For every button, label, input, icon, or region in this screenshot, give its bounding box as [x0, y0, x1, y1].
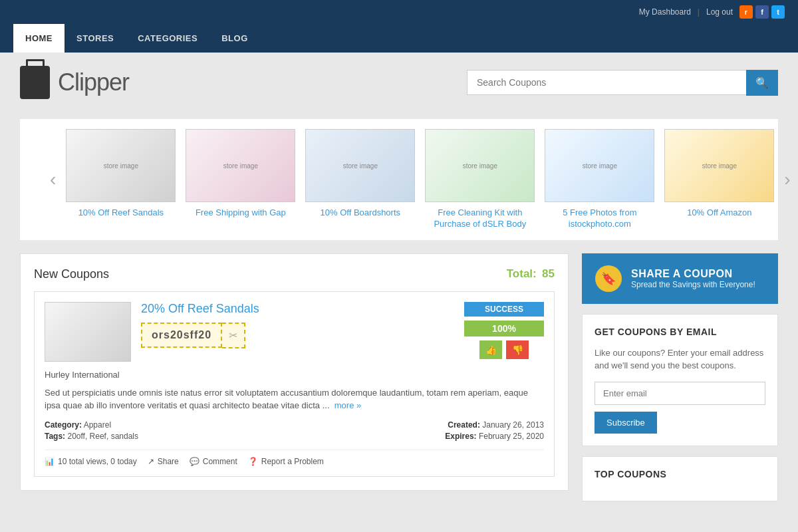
logo-text: Clipper — [58, 68, 129, 96]
views-text: 10 total views, 0 today — [58, 457, 137, 466]
success-label: SUCCESS — [464, 302, 544, 317]
coupon-card: 20% Off Reef Sandals ors20sff20 ✂ SUCCES… — [34, 291, 555, 477]
coupon-more-link[interactable]: more » — [334, 400, 361, 410]
subscribe-button[interactable]: Subscribe — [595, 412, 657, 434]
separator: | — [698, 7, 700, 17]
share-coupon-button[interactable]: 🔖 SHARE A COUPON Spread the Savings with… — [582, 253, 778, 304]
coupon-report[interactable]: ❓ Report a Problem — [248, 457, 324, 466]
header: Clipper 🔍 — [0, 53, 798, 112]
share-coupon-icon: 🔖 — [595, 265, 622, 292]
report-label: Report a Problem — [261, 457, 324, 466]
success-bar: 100% — [464, 321, 544, 336]
email-input[interactable] — [595, 382, 765, 405]
vote-down-button[interactable]: 👎 — [506, 340, 529, 359]
coupon-meta-right: Created: January 26, 2013 Expires: Febru… — [445, 420, 544, 443]
share-coupon-title: SHARE A COUPON — [631, 268, 755, 280]
email-section-title: GET COUPONS BY EMAIL — [595, 327, 765, 337]
logout-link[interactable]: Log out — [706, 7, 733, 17]
content: ‹ store image 10% Off Reef Sandals store… — [0, 112, 798, 525]
coupon-description: Sed ut perspiciatis unde omnis iste natu… — [45, 386, 544, 412]
nav-categories[interactable]: CATEGORIES — [126, 24, 209, 53]
main-right: 🔖 SHARE A COUPON Spread the Savings with… — [582, 253, 778, 511]
coupon-code[interactable]: ors20sff20 — [141, 323, 222, 348]
search-button[interactable]: 🔍 — [746, 70, 778, 96]
carousel-label-1: 10% Off Reef Sandals — [78, 207, 164, 219]
carousel-label-5: 5 Free Photos from istockphoto.com — [545, 207, 654, 230]
comment-icon: 💬 — [190, 457, 200, 466]
coupon-expires: Expires: February 25, 2020 — [445, 432, 544, 441]
share-icon: ↗ — [148, 457, 154, 466]
coupon-meta-left: Category: Apparel Tags: 20off, Reef, san… — [45, 420, 138, 443]
coupon-code-area: ors20sff20 ✂ — [141, 323, 454, 348]
share-label: Share — [158, 457, 179, 466]
vote-buttons: 👍 👎 — [479, 340, 529, 359]
carousel-img-4: store image — [425, 129, 535, 202]
coupon-category: Category: Apparel — [45, 420, 138, 430]
category-value: Apparel — [84, 420, 111, 430]
carousel-img-5: store image — [545, 129, 654, 202]
email-signup-box: GET COUPONS BY EMAIL Like our coupons? E… — [582, 314, 778, 446]
expires-value: February 25, 2020 — [479, 432, 544, 441]
coupon-meta: Category: Apparel Tags: 20off, Reef, san… — [45, 420, 544, 443]
coupon-created: Created: January 26, 2013 — [445, 420, 544, 430]
email-section-desc: Like our coupons? Enter your email addre… — [595, 346, 765, 372]
search-input[interactable] — [467, 70, 746, 95]
coupon-top: 20% Off Reef Sandals ors20sff20 ✂ SUCCES… — [45, 302, 544, 362]
nav-blog[interactable]: BLOG — [209, 24, 260, 53]
bar-chart-icon: 📊 — [45, 457, 55, 466]
carousel-item-6[interactable]: store image 10% Off Amazon — [664, 129, 774, 230]
coupon-desc-text: Sed ut perspiciatis unde omnis iste natu… — [45, 388, 528, 411]
coupon-title[interactable]: 20% Off Reef Sandals — [141, 302, 454, 316]
vote-up-button[interactable]: 👍 — [479, 340, 502, 359]
carousel-img-2: store image — [186, 129, 295, 202]
coupon-footer: 📊 10 total views, 0 today ↗ Share 💬 Comm… — [45, 450, 544, 466]
created-value: January 26, 2013 — [482, 420, 544, 430]
carousel-img-placeholder-2: store image — [223, 162, 258, 170]
carousel-item-1[interactable]: store image 10% Off Reef Sandals — [66, 129, 176, 230]
search-area: 🔍 — [467, 70, 778, 96]
nav-home[interactable]: HOME — [13, 24, 65, 53]
carousel-img-3: store image — [305, 129, 415, 202]
coupon-share[interactable]: ↗ Share — [148, 457, 179, 466]
carousel-item-5[interactable]: store image 5 Free Photos from istockpho… — [545, 129, 654, 230]
carousel-item-4[interactable]: store image Free Cleaning Kit with Purch… — [425, 129, 535, 230]
carousel-img-placeholder-3: store image — [343, 162, 378, 170]
main-left: New Coupons Total: 85 20% Off Reef Sanda… — [20, 253, 569, 511]
logo-area: Clipper — [20, 66, 129, 99]
rss-icon[interactable]: r — [739, 5, 753, 19]
carousel-img-placeholder-5: store image — [583, 162, 617, 170]
carousel-label-6: 10% Off Amazon — [687, 207, 751, 219]
logo-icon — [20, 66, 50, 99]
coupon-comment[interactable]: 💬 Comment — [190, 457, 237, 466]
carousel-label-4: Free Cleaning Kit with Purchase of dSLR … — [425, 207, 535, 230]
top-coupons-box: TOP COUPONS — [582, 456, 778, 501]
top-bar: My Dashboard | Log out r f t — [0, 0, 798, 24]
coupons-total-count: 85 — [542, 267, 555, 280]
report-icon: ❓ — [248, 457, 258, 466]
carousel-label-2: Free Shipping with Gap — [196, 207, 286, 219]
dashboard-link[interactable]: My Dashboard — [639, 7, 691, 17]
coupon-scissors-icon[interactable]: ✂ — [222, 323, 245, 348]
social-icons: r f t — [739, 5, 785, 19]
tags-value: 20off, Reef, sandals — [67, 432, 138, 441]
carousel-img-placeholder-6: store image — [702, 162, 737, 170]
twitter-icon[interactable]: t — [771, 5, 785, 19]
carousel-img-placeholder-1: store image — [104, 162, 138, 170]
carousel-prev-arrow[interactable]: ‹ — [47, 169, 59, 190]
coupon-tags: Tags: 20off, Reef, sandals — [45, 432, 138, 441]
facebook-icon[interactable]: f — [755, 5, 769, 19]
carousel-img-1: store image — [66, 129, 176, 202]
carousel-item-2[interactable]: store image Free Shipping with Gap — [186, 129, 295, 230]
carousel-img-6: store image — [664, 129, 774, 202]
share-text-area: SHARE A COUPON Spread the Savings with E… — [631, 268, 755, 289]
carousel-next-arrow[interactable]: › — [781, 169, 793, 190]
coupons-total: Total: 85 — [507, 267, 555, 281]
coupon-success-area: SUCCESS 100% 👍 👎 — [464, 302, 544, 362]
coupons-title: New Coupons — [34, 267, 109, 281]
category-label: Category: — [45, 420, 82, 430]
nav-stores[interactable]: STORES — [65, 24, 126, 53]
carousel-img-placeholder-4: store image — [463, 162, 497, 170]
top-coupons-title: TOP COUPONS — [595, 469, 765, 479]
carousel-item-3[interactable]: store image 10% Off Boardshorts — [305, 129, 415, 230]
comment-label: Comment — [203, 457, 237, 466]
